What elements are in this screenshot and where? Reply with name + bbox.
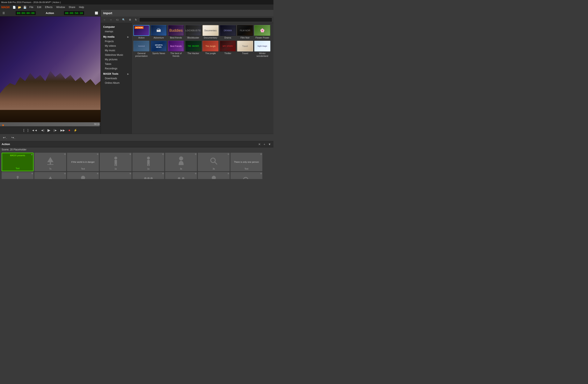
nav-mwmpc[interactable]: mwmpc	[101, 29, 131, 34]
menu-effects[interactable]: Effects	[43, 5, 54, 9]
clip-corner: ⊠	[260, 172, 262, 175]
settings-btn[interactable]: ⚙	[127, 18, 133, 22]
clip-text-world[interactable]: ⊠ If the world is in danger Text	[67, 153, 99, 171]
nav-mymedia[interactable]: My media ▶	[101, 35, 131, 39]
end-time-display: 00:00:58:18	[64, 11, 84, 15]
template-documentary[interactable]: Documentary Documentary	[202, 25, 219, 40]
menu-edit[interactable]: Edit	[35, 5, 43, 9]
mark-out-btn[interactable]: ]	[26, 128, 30, 133]
clip-text-oneperson[interactable]: ⊠ There is only one person Text	[231, 153, 262, 171]
search-btn[interactable]: 🔍	[121, 18, 127, 22]
menu-help[interactable]: Help	[77, 5, 86, 9]
person4-icon	[79, 176, 87, 179]
clip-person2-1s[interactable]: ⊠ 1s	[132, 153, 164, 171]
import-content: Computer mwmpc My media ▶ Projects My vi…	[101, 23, 273, 134]
preview-expand-btn[interactable]: ⬜	[94, 11, 99, 15]
mark-in-btn[interactable]: [	[22, 128, 25, 133]
svg-point-30	[243, 177, 248, 179]
clip-magix-presents[interactable]: ⊠ MAGIX presents Text	[2, 153, 34, 171]
svg-rect-1	[50, 162, 51, 164]
new-btn[interactable]: 📄	[12, 5, 17, 9]
import-header: Import	[101, 10, 273, 17]
nav-magixtools[interactable]: MAGIX Tools ▶	[101, 72, 131, 76]
clip-search2-1s[interactable]: ⊠ 1s	[231, 172, 262, 179]
template-general[interactable]: General General presentation	[133, 40, 150, 58]
refresh-btn[interactable]: ↻	[133, 18, 138, 22]
clip-person3-3s[interactable]: ⊠ 3s	[165, 153, 197, 171]
nav-downloads[interactable]: Downloads	[101, 76, 131, 81]
template-winter[interactable]: Night Magic Winter wonderland	[254, 40, 271, 58]
template-blockbuster[interactable]: BLOCKBUSTER Blockbuster	[185, 25, 202, 40]
menu-file[interactable]: File	[28, 5, 35, 9]
clip-tree2-2s[interactable]: ⊠ 2s	[34, 172, 66, 179]
template-flowerpower[interactable]: 🌸 Flower Power	[254, 25, 271, 40]
template-jungle[interactable]: The Jungle The jungle	[202, 40, 219, 58]
track-menu-btn[interactable]: ▼	[267, 142, 272, 146]
nav-projects[interactable]: Projects	[101, 39, 131, 44]
skip-back-btn[interactable]: ◄◄	[30, 128, 39, 133]
save-btn[interactable]: 💾	[22, 5, 27, 9]
nav-computer[interactable]: Computer	[101, 25, 131, 29]
clip-person-1s[interactable]: ⊠ 1s	[100, 153, 132, 171]
template-jungle-label: The jungle	[205, 52, 216, 55]
clip-text-saveit[interactable]: ⊠ Who can save it Text	[100, 172, 132, 179]
path-input[interactable]: C:\ProgramData\MAGIX\Movie Edit Pro 2016…	[139, 18, 272, 22]
skip-forward-btn[interactable]: ▶▶	[59, 128, 66, 133]
timeline-area: Action ✕ + ▼ Scene, 20 Placeholder ⊠ MAG…	[0, 141, 273, 179]
clip-person5-1s[interactable]: ⊠ 1s	[198, 172, 230, 179]
nav-takes[interactable]: Takes	[101, 62, 131, 66]
menu-share[interactable]: Share	[67, 5, 77, 9]
template-filmnoir[interactable]: FILM NOIR Film Noir	[237, 25, 253, 40]
nav-slideshowmusic[interactable]: Slideshow Music	[101, 53, 131, 57]
lightning-btn[interactable]: ⚡	[72, 128, 78, 133]
project-name-display: Action	[46, 12, 54, 15]
svg-point-29	[212, 176, 216, 179]
clip-duration: 1s	[100, 167, 132, 170]
track-add-btn[interactable]: +	[263, 142, 266, 146]
clip-group2-1s[interactable]: ⊠ 1s	[165, 172, 197, 179]
template-sportsnews-label: Sports News	[152, 52, 165, 55]
template-travel[interactable]: Travel Travel	[237, 40, 253, 58]
nav-myvideos[interactable]: My videos	[101, 44, 131, 48]
preview-timeline[interactable]: 58:16	[0, 122, 101, 126]
nav-mymusic[interactable]: My music	[101, 48, 131, 53]
clip-walk-3s[interactable]: ⊠ 3s	[2, 172, 34, 179]
nav-recordings[interactable]: Recordings	[101, 66, 131, 71]
open-btn[interactable]: 📂	[17, 5, 22, 9]
template-action[interactable]: ACTION Action	[133, 25, 150, 40]
clip-group-1s[interactable]: ⊠ 1s	[132, 172, 164, 179]
next-frame-btn[interactable]: |►	[52, 128, 59, 133]
track-close-btn[interactable]: ✕	[257, 142, 262, 146]
nav-onlinealbum[interactable]: Online Album	[101, 81, 131, 85]
nav-mypictures[interactable]: My pictures	[101, 57, 131, 62]
nav-forward-btn[interactable]: →	[108, 18, 113, 22]
svg-point-12	[211, 158, 215, 162]
clip-person4-3s[interactable]: ⊠ 3s	[67, 172, 99, 179]
play-btn[interactable]: ▶	[46, 127, 52, 133]
clip-corner: ⊠	[195, 172, 197, 175]
nav-up-btn[interactable]: ↑□	[114, 18, 120, 22]
template-adventure[interactable]: 🏔 Adventure	[150, 25, 167, 40]
search-icon	[210, 157, 218, 167]
clip-tree-7s[interactable]: ⊠ 7s	[34, 153, 66, 171]
record-btn[interactable]: ●	[67, 128, 72, 133]
menu-window[interactable]: Window	[55, 5, 67, 9]
undo-btn[interactable]: ↩...	[2, 135, 8, 140]
clip-corner: ⊠	[97, 153, 99, 155]
template-thriller[interactable]: SPY STORY Thriller	[220, 40, 236, 58]
template-hacker-label: The Hacker	[188, 52, 199, 55]
template-drama[interactable]: DRAMA Drama	[220, 25, 236, 40]
redo-btn[interactable]: ↪...	[10, 135, 17, 140]
nav-back-btn[interactable]: ←	[102, 18, 107, 22]
menu-toggle-btn[interactable]: ☰	[2, 11, 6, 15]
clip-corner: ⊠	[260, 153, 262, 155]
template-sportsnews[interactable]: SPORTSNEWS Sports News	[150, 40, 167, 58]
prev-frame-btn[interactable]: ◄|	[39, 128, 45, 133]
template-general-label: General presentation	[134, 52, 149, 57]
template-hacker[interactable]: THE HACKER The Hacker	[185, 40, 202, 58]
clip-search-3s[interactable]: ⊠ 3s	[198, 153, 230, 171]
clip-duration: 1s	[132, 167, 164, 170]
template-bestfriends[interactable]: Buddies Best friends	[168, 25, 184, 40]
template-bestfriends2[interactable]: Best Friends The best of friends	[168, 40, 184, 58]
svg-marker-0	[47, 157, 53, 162]
